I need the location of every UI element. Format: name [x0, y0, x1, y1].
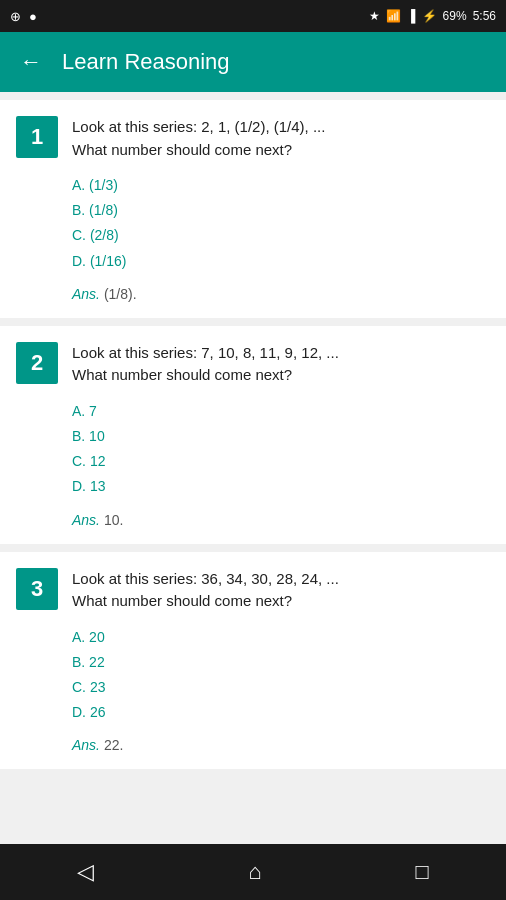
back-nav-button[interactable]: ◁: [61, 851, 110, 893]
status-bar-right: ★ 📶 ▐ ⚡ 69% 5:56: [369, 9, 496, 23]
question-text-3: Look at this series: 36, 34, 30, 28, 24,…: [72, 568, 490, 613]
answer-value-2: 10.: [104, 512, 123, 528]
option-2-3[interactable]: C. 12: [72, 449, 490, 474]
options-2: A. 7B. 10C. 12D. 13: [72, 399, 490, 500]
content: 1Look at this series: 2, 1, (1/2), (1/4)…: [0, 92, 506, 844]
answer-label-3: Ans.: [72, 737, 104, 753]
wifi-icon: 📶: [386, 9, 401, 23]
time: 5:56: [473, 9, 496, 23]
bottom-nav: ◁ ⌂ □: [0, 844, 506, 900]
option-3-4[interactable]: D. 26: [72, 700, 490, 725]
battery-icon: ⚡: [422, 9, 437, 23]
question-number-2: 2: [16, 342, 58, 384]
home-nav-button[interactable]: ⌂: [232, 851, 277, 893]
options-1: A. (1/3)B. (1/8)C. (2/8)D. (1/16): [72, 173, 490, 274]
answer-3: Ans. 22.: [72, 737, 490, 753]
star-icon: ★: [369, 9, 380, 23]
option-1-3[interactable]: C. (2/8): [72, 223, 490, 248]
option-2-2[interactable]: B. 10: [72, 424, 490, 449]
dot-icon: ●: [29, 9, 37, 24]
question-card-2: 2Look at this series: 7, 10, 8, 11, 9, 1…: [0, 326, 506, 544]
status-bar: ⊕ ● ★ 📶 ▐ ⚡ 69% 5:56: [0, 0, 506, 32]
option-3-3[interactable]: C. 23: [72, 675, 490, 700]
options-3: A. 20B. 22C. 23D. 26: [72, 625, 490, 726]
option-3-1[interactable]: A. 20: [72, 625, 490, 650]
usb-icon: ⊕: [10, 9, 21, 24]
answer-value-3: 22.: [104, 737, 123, 753]
option-2-1[interactable]: A. 7: [72, 399, 490, 424]
answer-value-1: (1/8).: [104, 286, 137, 302]
battery-percent: 69%: [443, 9, 467, 23]
option-3-2[interactable]: B. 22: [72, 650, 490, 675]
recents-nav-button[interactable]: □: [400, 851, 445, 893]
option-1-2[interactable]: B. (1/8): [72, 198, 490, 223]
app-bar-title: Learn Reasoning: [62, 49, 230, 75]
question-text-1: Look at this series: 2, 1, (1/2), (1/4),…: [72, 116, 490, 161]
question-number-3: 3: [16, 568, 58, 610]
answer-2: Ans. 10.: [72, 512, 490, 528]
question-number-1: 1: [16, 116, 58, 158]
option-2-4[interactable]: D. 13: [72, 474, 490, 499]
question-card-3: 3Look at this series: 36, 34, 30, 28, 24…: [0, 552, 506, 770]
signal-icon: ▐: [407, 9, 416, 23]
option-1-1[interactable]: A. (1/3): [72, 173, 490, 198]
question-text-2: Look at this series: 7, 10, 8, 11, 9, 12…: [72, 342, 490, 387]
question-header-3: 3Look at this series: 36, 34, 30, 28, 24…: [16, 568, 490, 613]
answer-label-2: Ans.: [72, 512, 104, 528]
answer-1: Ans. (1/8).: [72, 286, 490, 302]
question-header-2: 2Look at this series: 7, 10, 8, 11, 9, 1…: [16, 342, 490, 387]
answer-label-1: Ans.: [72, 286, 104, 302]
question-card-1: 1Look at this series: 2, 1, (1/2), (1/4)…: [0, 100, 506, 318]
status-bar-left: ⊕ ●: [10, 9, 37, 24]
back-button[interactable]: ←: [16, 45, 46, 79]
app-bar: ← Learn Reasoning: [0, 32, 506, 92]
question-header-1: 1Look at this series: 2, 1, (1/2), (1/4)…: [16, 116, 490, 161]
option-1-4[interactable]: D. (1/16): [72, 249, 490, 274]
